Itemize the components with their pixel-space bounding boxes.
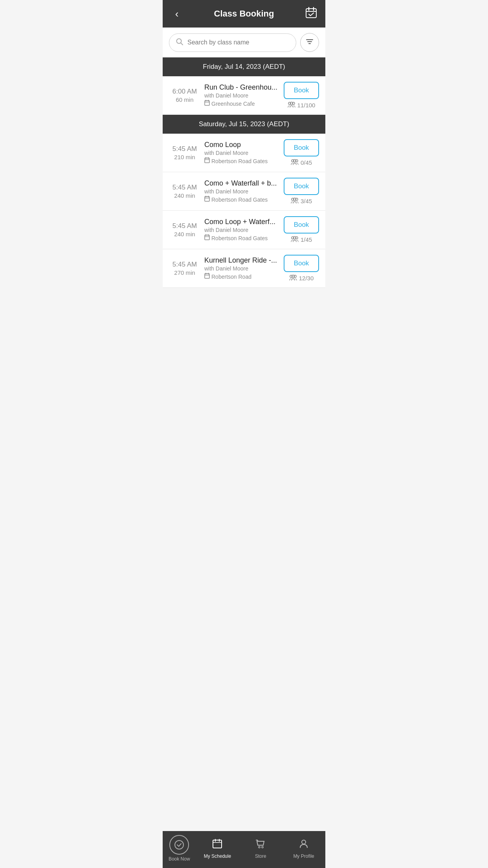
class-instructor: with Daniel Moore: [204, 150, 280, 156]
class-location: Robertson Road: [204, 273, 280, 280]
class-instructor: with Daniel Moore: [204, 227, 280, 233]
capacity-value: 0/45: [301, 159, 312, 166]
svg-line-5: [181, 43, 183, 45]
capacity-icon: [289, 274, 297, 282]
capacity-icon: [291, 159, 299, 166]
class-time: 5:45 AM 210 min: [169, 145, 200, 160]
calendar-check-icon[interactable]: [304, 7, 318, 21]
class-actions: Book 12/30: [284, 255, 319, 282]
class-actions: Book 11/100: [284, 82, 319, 109]
class-time-value: 5:45 AM: [169, 184, 200, 191]
location-icon: [204, 273, 210, 280]
class-name: Como Loop + Waterf...: [204, 218, 280, 226]
date-header-1: Saturday, Jul 15, 2023 (AEDT): [163, 115, 325, 134]
location-icon: [204, 234, 210, 242]
class-location-text: Greenhouse Cafe: [211, 101, 255, 107]
class-time-value: 6:00 AM: [169, 88, 200, 96]
search-icon: [176, 38, 183, 48]
class-row: 5:45 AM 270 min Kurnell Longer Ride -...…: [163, 249, 325, 288]
class-instructor: with Daniel Moore: [204, 265, 280, 272]
class-location-text: Robertson Road Gates: [211, 197, 268, 203]
page-title: Class Booking: [184, 9, 304, 19]
class-capacity: 1/45: [291, 236, 312, 243]
filter-icon: [305, 37, 314, 48]
class-duration: 240 min: [169, 192, 200, 199]
class-location-text: Robertson Road: [211, 274, 251, 280]
class-instructor: with Daniel Moore: [204, 92, 280, 99]
class-info: Kurnell Longer Ride -... with Daniel Moo…: [204, 256, 280, 280]
location-icon: [204, 157, 210, 165]
search-input-wrapper: [169, 33, 296, 52]
class-capacity: 11/100: [288, 101, 316, 109]
class-location: Robertson Road Gates: [204, 234, 280, 242]
search-input[interactable]: [187, 39, 290, 46]
class-row: 5:45 AM 210 min Como Loop with Daniel Mo…: [163, 134, 325, 172]
class-row: 5:45 AM 240 min Como + Waterfall + b... …: [163, 172, 325, 211]
class-duration: 240 min: [169, 231, 200, 237]
class-row: 6:00 AM 60 min Run Club - Greenhou... wi…: [163, 76, 325, 115]
class-time-value: 5:45 AM: [169, 222, 200, 230]
class-location-text: Robertson Road Gates: [211, 158, 268, 164]
class-name: Como Loop: [204, 141, 280, 149]
book-button[interactable]: Book: [284, 255, 319, 272]
class-duration: 270 min: [169, 269, 200, 276]
date-header-0: Friday, Jul 14, 2023 (AEDT): [163, 57, 325, 76]
capacity-icon: [291, 236, 299, 243]
class-info: Como Loop + Waterf... with Daniel Moore …: [204, 218, 280, 242]
class-name: Kurnell Longer Ride -...: [204, 256, 280, 265]
location-icon: [204, 196, 210, 203]
filter-button[interactable]: [300, 33, 319, 52]
book-button[interactable]: Book: [284, 178, 319, 195]
book-button[interactable]: Book: [284, 216, 319, 234]
class-info: Como + Waterfall + b... with Daniel Moor…: [204, 179, 280, 203]
class-location-text: Robertson Road Gates: [211, 235, 268, 241]
class-time-value: 5:45 AM: [169, 261, 200, 268]
header: ‹ Class Booking: [163, 0, 325, 28]
class-row: 5:45 AM 240 min Como Loop + Waterf... wi…: [163, 211, 325, 249]
class-capacity: 12/30: [289, 274, 314, 282]
class-location: Greenhouse Cafe: [204, 100, 280, 107]
class-time-value: 5:45 AM: [169, 145, 200, 153]
class-instructor: with Daniel Moore: [204, 188, 280, 195]
back-button[interactable]: ‹: [170, 8, 184, 20]
capacity-icon: [288, 101, 295, 109]
location-icon: [204, 100, 210, 107]
capacity-icon: [291, 197, 299, 205]
svg-rect-0: [306, 9, 316, 18]
content-area: Friday, Jul 14, 2023 (AEDT) 6:00 AM 60 m…: [163, 57, 325, 323]
capacity-value: 12/30: [299, 275, 314, 281]
svg-rect-30: [205, 235, 209, 240]
class-capacity: 3/45: [291, 197, 312, 205]
book-button[interactable]: Book: [284, 139, 319, 156]
class-time: 5:45 AM 240 min: [169, 184, 200, 199]
class-actions: Book 3/45: [284, 178, 319, 205]
class-time: 5:45 AM 240 min: [169, 222, 200, 237]
class-time: 6:00 AM 60 min: [169, 88, 200, 103]
class-location: Robertson Road Gates: [204, 157, 280, 165]
class-duration: 60 min: [169, 96, 200, 103]
class-duration: 210 min: [169, 154, 200, 160]
search-area: [163, 28, 325, 57]
class-location: Robertson Road Gates: [204, 196, 280, 203]
svg-rect-37: [205, 274, 209, 278]
capacity-value: 3/45: [301, 198, 312, 204]
class-time: 5:45 AM 270 min: [169, 261, 200, 276]
book-button[interactable]: Book: [284, 82, 319, 99]
class-info: Run Club - Greenhou... with Daniel Moore…: [204, 83, 280, 107]
capacity-value: 11/100: [297, 102, 316, 108]
class-actions: Book 1/45: [284, 216, 319, 243]
svg-rect-16: [205, 158, 209, 163]
class-actions: Book 0/45: [284, 139, 319, 166]
class-info: Como Loop with Daniel Moore Robertson Ro…: [204, 141, 280, 165]
capacity-value: 1/45: [301, 236, 312, 243]
svg-rect-9: [205, 101, 209, 105]
class-capacity: 0/45: [291, 159, 312, 166]
svg-rect-23: [205, 197, 209, 201]
class-name: Run Club - Greenhou...: [204, 83, 280, 92]
class-name: Como + Waterfall + b...: [204, 179, 280, 188]
